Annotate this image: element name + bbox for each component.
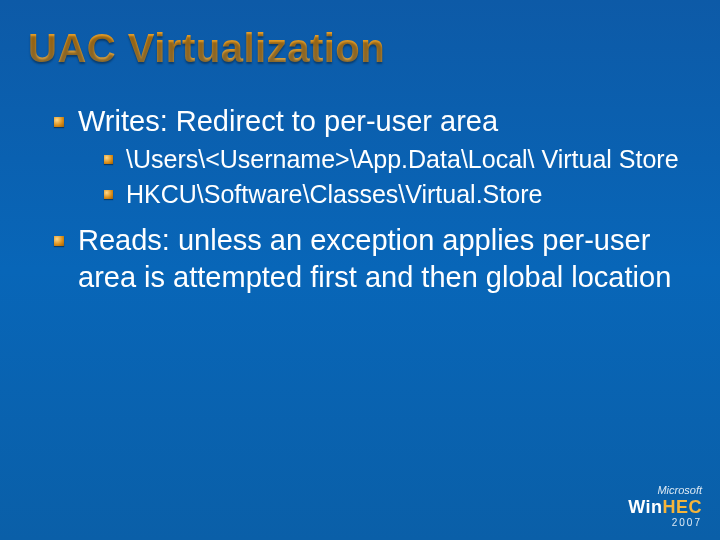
bullet-text: Reads: unless an exception applies per-u… [78,224,671,292]
brand-text: Microsoft [628,485,702,496]
bullet-list-level1: Writes: Redirect to per-user area \Users… [54,103,688,295]
slide-title: UAC Virtualization [0,0,720,71]
conf-prefix: Win [628,497,662,517]
list-item: Writes: Redirect to per-user area \Users… [54,103,688,210]
list-item: HKCU\Software\Classes\Virtual.Store [104,178,688,211]
conf-accent: HEC [662,497,702,517]
footer-logo: Microsoft WinHEC 2007 [628,485,702,528]
conference-year: 2007 [628,518,702,528]
list-item: Reads: unless an exception applies per-u… [54,222,688,295]
slide-content: Writes: Redirect to per-user area \Users… [0,71,720,295]
bullet-list-level2: \Users\<Username>\App.Data\Local\ Virtua… [104,143,688,210]
bullet-text: Writes: Redirect to per-user area [78,105,498,137]
list-item: \Users\<Username>\App.Data\Local\ Virtua… [104,143,688,176]
conference-name: WinHEC [628,497,702,517]
